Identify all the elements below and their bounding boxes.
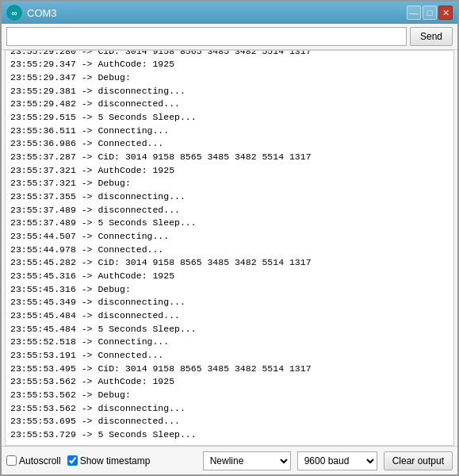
show-timestamp-label[interactable]: Show timestamp [67, 455, 151, 466]
maximize-button[interactable]: □ [423, 6, 437, 20]
log-line: 23:55:37.287 -> CiD: 3014 9158 8565 3485… [10, 151, 449, 164]
clear-output-button[interactable]: Clear output [384, 451, 453, 470]
log-line: 23:55:37.489 -> 5 Seconds Sleep... [10, 217, 449, 230]
autoscroll-label[interactable]: Autoscroll [6, 455, 61, 466]
baud-rate-dropdown[interactable]: 300 baud1200 baud2400 baud4800 baud9600 … [297, 451, 377, 470]
log-line: 23:55:53.562 -> AuthCode: 1925 [10, 375, 449, 389]
serial-monitor-window: ∞ COM3 — □ ✕ Send 23:55:29.012 -> Connec… [0, 0, 459, 476]
log-line: 23:55:29.381 -> disconnecting... [10, 85, 449, 98]
log-line: 23:55:52.518 -> Connecting... [10, 336, 449, 349]
log-line: 23:55:44.978 -> Connected... [10, 244, 449, 257]
log-line: 23:55:37.355 -> disconnecting... [10, 190, 449, 204]
title-bar-buttons: — □ ✕ [407, 6, 453, 20]
autoscroll-checkbox[interactable] [6, 455, 17, 466]
log-line: 23:55:37.489 -> disconnected... [10, 204, 449, 217]
send-button[interactable]: Send [410, 27, 453, 46]
log-line: 23:55:36.986 -> Connected... [10, 137, 449, 151]
send-bar: Send [2, 24, 457, 50]
log-line: 23:55:29.515 -> 5 Seconds Sleep... [10, 111, 449, 125]
log-line: 23:55:53.695 -> disconnected... [10, 415, 449, 428]
window-title: COM3 [27, 7, 57, 19]
log-line: 23:55:44.507 -> Connecting... [10, 230, 449, 244]
log-line: 23:55:45.316 -> AuthCode: 1925 [10, 270, 449, 283]
log-line: 23:55:37.321 -> AuthCode: 1925 [10, 164, 449, 178]
log-line: 23:55:29.347 -> Debug: [10, 71, 449, 85]
log-line: 23:55:45.316 -> Debug: [10, 283, 449, 297]
log-line: 23:55:29.280 -> CiD: 3014 9158 8565 3485… [10, 50, 449, 58]
log-line: 23:55:45.484 -> 5 Seconds Sleep... [10, 323, 449, 336]
serial-output[interactable]: 23:55:29.012 -> Connected...23:55:29.280… [5, 50, 454, 446]
log-line: 23:55:36.511 -> Connecting... [10, 125, 449, 138]
log-line: 23:55:45.282 -> CiD: 3014 9158 8565 3485… [10, 256, 449, 270]
log-line: 23:55:45.484 -> disconnected... [10, 309, 449, 323]
log-line: 23:55:29.347 -> AuthCode: 1925 [10, 58, 449, 71]
arduino-logo-icon: ∞ [6, 5, 22, 21]
title-bar: ∞ COM3 — □ ✕ [2, 2, 457, 24]
log-line: 23:55:53.191 -> Connected... [10, 349, 449, 363]
log-line: 23:55:53.495 -> CiD: 3014 9158 8565 3485… [10, 363, 449, 376]
title-bar-left: ∞ COM3 [6, 5, 57, 21]
log-line: 23:55:37.321 -> Debug: [10, 177, 449, 190]
bottom-bar: Autoscroll Show timestamp No line ending… [2, 446, 457, 474]
log-line: 23:55:53.729 -> 5 Seconds Sleep... [10, 428, 449, 442]
log-line: 23:55:45.349 -> disconnecting... [10, 296, 449, 309]
log-line: 23:55:53.562 -> disconnecting... [10, 402, 449, 416]
log-line: 23:55:53.562 -> Debug: [10, 389, 449, 402]
send-input[interactable] [6, 27, 407, 46]
close-button[interactable]: ✕ [438, 6, 453, 20]
newline-dropdown[interactable]: No line endingNewlineCarriage returnBoth… [203, 451, 291, 470]
minimize-button[interactable]: — [407, 6, 421, 20]
show-timestamp-checkbox[interactable] [67, 455, 78, 466]
log-line: 23:55:29.482 -> disconnected... [10, 98, 449, 111]
